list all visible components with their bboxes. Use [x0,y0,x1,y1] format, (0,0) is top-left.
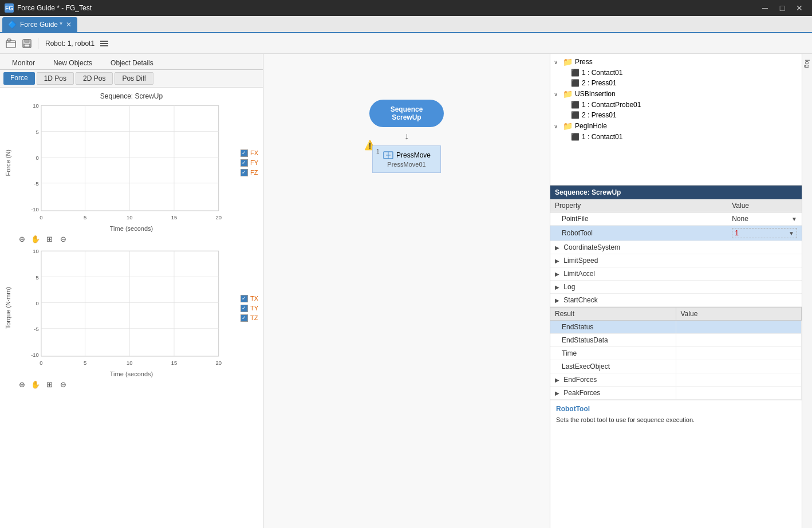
torque-fit-icon[interactable]: ⊞ [44,379,55,390]
peg-toggle-icon[interactable]: ∨ [554,123,561,129]
tx-legend-item[interactable]: ✓ TX [241,295,258,302]
pos-diff-chart-tab[interactable]: Pos Diff [115,72,153,85]
endforces-expand-icon[interactable]: ▶ [555,377,559,383]
force-x-label: Time (seconds) [5,225,258,232]
usb-toggle-icon[interactable]: ∨ [554,91,561,97]
results-area: Result Value EndStatus EndStatusData Tim… [550,307,802,400]
log-expand-icon[interactable]: ▶ [555,284,559,290]
result-label-endstatus: EndStatus [550,321,676,333]
svg-text:0: 0 [36,300,39,306]
tree-contactprobe01[interactable]: ⬛ 1 : ContactProbe01 [550,100,802,110]
prop-value-log [727,281,802,294]
tree-press01-2[interactable]: ⬛ 2 : Press01 [550,110,802,120]
coordinatesystem-expand-icon[interactable]: ▶ [555,245,559,251]
svg-text:15: 15 [171,214,178,220]
svg-rect-6 [100,43,108,44]
limitspeed-expand-icon[interactable]: ▶ [555,258,559,264]
result-value-endstatusdata [676,334,802,346]
open-icon[interactable] [5,37,17,50]
startcheck-expand-icon[interactable]: ▶ [555,297,559,304]
help-text: Sets the robot tool to use for sequence … [556,415,796,425]
result-row-endforces[interactable]: ▶ EndForces [550,373,802,387]
prop-row-robottool[interactable]: RobotTool 1 ▼ [550,226,802,241]
tree-press01-1[interactable]: ⬛ 2 : Press01 [550,78,802,88]
svg-text:5: 5 [36,274,39,281]
prop-value-pointfile[interactable]: None ▼ [727,212,802,226]
task-number: 1 [376,148,380,155]
tab-bar: 🔷 Force Guide * ✕ [0,16,812,33]
ty-legend-item[interactable]: ✓ TY [241,305,258,312]
monitor-subtab[interactable]: Monitor [3,56,44,69]
robottool-dropdown-arrow[interactable]: ▼ [789,230,794,237]
svg-text:20: 20 [215,360,222,366]
sequence-node[interactable]: Sequence ScrewUp [369,100,444,127]
result-value-endstatus [676,321,802,333]
tree-contact01[interactable]: ⬛ 1 : Contact01 [550,68,802,78]
maximize-button[interactable]: □ [774,0,790,16]
prop-value-robottool[interactable]: 1 ▼ [727,226,802,241]
tab-close-icon[interactable]: ✕ [66,21,72,29]
limitaccel-expand-icon[interactable]: ▶ [555,271,559,277]
force-y-label: Force (N) [5,149,15,176]
result-row-lastexecobject[interactable]: LastExecObject [550,360,802,373]
torque-pan-icon[interactable]: ✋ [30,379,41,390]
pointfile-dropdown-arrow[interactable]: ▼ [791,216,797,222]
force-guide-tab[interactable]: 🔷 Force Guide * ✕ [2,17,77,32]
tree-press-folder[interactable]: ∨ 📁 Press [550,56,802,68]
1d-pos-chart-tab[interactable]: 1D Pos [37,72,74,85]
torque-zoom-out-icon[interactable]: ⊖ [57,379,69,390]
chart-area: Sequence: ScrewUp Force (N) [0,88,263,528]
force-chart-tab[interactable]: Force [3,72,35,85]
minimize-button[interactable]: ─ [757,0,773,16]
result-row-endstatus[interactable]: EndStatus [550,321,802,334]
prop-row-log[interactable]: ▶ Log [550,281,802,294]
object-details-subtab[interactable]: Object Details [102,56,162,69]
tz-checkbox[interactable]: ✓ [241,314,248,322]
prop-row-coordinatesystem[interactable]: ▶ CoordinateSystem [550,241,802,254]
svg-text:15: 15 [171,360,178,366]
result-row-peakforces[interactable]: ▶ PeakForces [550,387,802,400]
usb-folder-icon: 📁 [563,89,573,98]
prop-row-limitspeed[interactable]: ▶ LimitSpeed [550,254,802,267]
fz-legend-item[interactable]: ✓ FZ [241,169,258,176]
close-button[interactable]: ✕ [791,0,807,16]
fx-legend-item[interactable]: ✓ FX [241,149,258,157]
tree-contact01-peg[interactable]: ⬛ 1 : Contact01 [550,132,802,142]
2d-pos-chart-tab[interactable]: 2D Pos [76,72,113,85]
flow-diagram: Sequence ScrewUp ↓ ⚠️ 1 [369,100,444,173]
prop-row-startcheck[interactable]: ▶ StartCheck [550,294,802,307]
ty-checkbox[interactable]: ✓ [241,305,248,312]
result-row-time[interactable]: Time [550,347,802,360]
press-toggle-icon[interactable]: ∨ [554,59,561,65]
torque-zoom-in-icon[interactable]: ⊕ [16,379,27,390]
tx-label: TX [250,295,258,302]
tz-legend-item[interactable]: ✓ TZ [241,314,258,322]
fz-checkbox[interactable]: ✓ [241,169,248,176]
new-objects-subtab[interactable]: New Objects [45,56,101,69]
result-row-endstatusdata[interactable]: EndStatusData [550,334,802,347]
torque-y-label: Torque (N·mm) [5,287,15,329]
svg-rect-0 [6,41,15,48]
zoom-in-icon[interactable]: ⊕ [16,233,27,245]
title-bar: FG Force Guide * - FG_Test ─ □ ✕ [0,0,812,16]
task-node[interactable]: 1 PressMove PressMove01 [372,145,441,173]
settings-icon[interactable] [98,37,111,50]
node-icon-1: ⬛ [571,69,580,77]
fit-icon[interactable]: ⊞ [44,233,55,245]
svg-text:-10: -10 [31,206,39,212]
peakforces-expand-icon[interactable]: ▶ [555,390,559,396]
tree-usb-folder[interactable]: ∨ 📁 USBInsertion [550,88,802,100]
results-col-result: Result [550,308,676,320]
pan-icon[interactable]: ✋ [30,233,41,245]
fx-checkbox[interactable]: ✓ [241,149,248,157]
prop-row-pointfile[interactable]: PointFile None ▼ [550,212,802,226]
fy-legend-item[interactable]: ✓ FY [241,159,258,167]
tree-peg-folder[interactable]: ∨ 📁 PegInHole [550,120,802,132]
save-icon[interactable] [21,37,33,50]
tx-checkbox[interactable]: ✓ [241,295,248,302]
prop-row-limitaccel[interactable]: ▶ LimitAccel [550,267,802,281]
zoom-out-icon[interactable]: ⊖ [57,233,69,245]
flow-arrow-1: ↓ [404,132,409,141]
fy-checkbox[interactable]: ✓ [241,159,248,167]
log-tab[interactable]: log [804,57,811,70]
